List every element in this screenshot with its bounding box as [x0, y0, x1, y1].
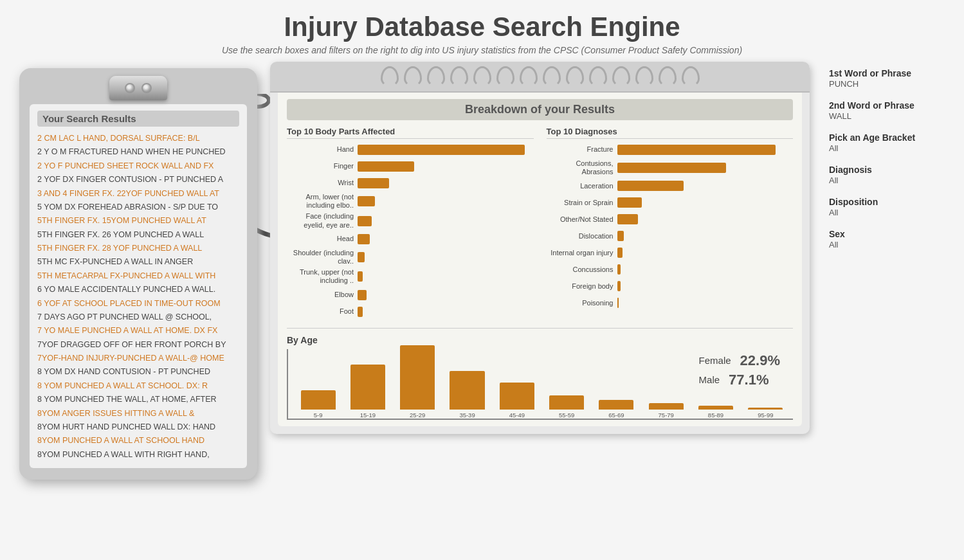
bar-track: [617, 281, 794, 291]
bar-row: Fracture: [547, 143, 794, 157]
list-item: 2 CM LAC L HAND, DORSAL SURFACE: B/L: [37, 132, 239, 145]
spiral: [520, 66, 538, 87]
bar-track: [617, 214, 794, 224]
bar-label: Other/Not Stated: [547, 215, 617, 224]
bar-label: Fracture: [547, 145, 617, 154]
bar-label: Laceration: [547, 182, 617, 190]
list-item: 8 YOM DX HAND CONTUSION - PT PUNCHED: [37, 365, 239, 379]
charts-row: Top 10 Body Parts Affected Hand Finger W…: [287, 127, 793, 321]
bar-label: Contusions, Abrasions: [547, 159, 617, 176]
age-bar-group: 5-9: [293, 390, 343, 419]
results-header: Your Search Results: [37, 111, 239, 127]
list-item: 8YOM ANGER ISSUES HITTING A WALL &: [37, 407, 239, 420]
filters-area: 1st Word or Phrase PUNCH 2nd Word or Phr…: [823, 68, 958, 261]
bar-fill: [358, 234, 370, 244]
age-bar-group: 25-29: [393, 345, 442, 419]
list-item: 7YOF DRAGGED OFF OF HER FRONT PORCH BY: [37, 338, 239, 352]
list-item: 7 DAYS AGO PT PUNCHED WALL @ SCHOOL,: [37, 311, 239, 324]
age-bar: [698, 406, 733, 410]
page-title: Injury Database Search Engine: [0, 0, 964, 45]
list-item: 8 YOM PUNCHED A WALL AT SCHOOL. DX: R: [37, 379, 239, 393]
spiral: [543, 66, 561, 87]
bar-track: [358, 216, 534, 226]
bar-row: Strain or Sprain: [547, 195, 794, 210]
bar-track: [617, 163, 794, 173]
age-bar: [400, 345, 435, 410]
bar-row: Concussions: [547, 262, 794, 276]
clipboard-area: Your Search Results 2 CM LAC L HAND, DOR…: [19, 68, 257, 480]
filter-diagnosis-value: All: [829, 176, 958, 185]
spiral: [496, 66, 514, 87]
age-label: 45-49: [509, 411, 525, 419]
spiral: [659, 66, 677, 87]
bar-fill: [358, 196, 375, 206]
filter-sex[interactable]: Sex All: [829, 229, 958, 249]
spiral: [589, 66, 607, 87]
bar-track: [617, 145, 794, 155]
spiral: [427, 66, 445, 87]
bar-track: [358, 290, 534, 300]
list-item: 7 YO MALE PUNCHED A WALL AT HOME. DX FX: [37, 324, 239, 338]
list-item: 7YOF-HAND INJURY-PUNCHED A WALL-@ HOME: [37, 352, 239, 365]
bar-fill: [617, 214, 639, 224]
bar-track: [617, 231, 794, 241]
filter-word2-label: 2nd Word or Phrase: [829, 100, 958, 111]
list-item: 5TH METACARPAL FX-PUNCHED A WALL WITH: [37, 269, 239, 283]
age-bar-group: 15-19: [343, 365, 392, 419]
filter-disposition[interactable]: Disposition All: [829, 197, 958, 217]
filter-word1[interactable]: 1st Word or Phrase PUNCH: [829, 68, 958, 89]
filter-word2-value: WALL: [829, 111, 958, 121]
notepad-spirals: [270, 62, 810, 93]
bar-fill: [358, 271, 363, 282]
bar-row: Dislocation: [547, 229, 794, 243]
bar-track: [617, 248, 794, 258]
bar-fill: [617, 298, 619, 308]
bar-label: Foreign body: [547, 282, 617, 291]
bar-track: [358, 234, 534, 244]
bar-label: Wrist: [287, 179, 358, 187]
gender-stats: Female 22.9% Male 77.1%: [699, 352, 780, 391]
bar-track: [358, 178, 534, 188]
bar-label: Elbow: [287, 291, 358, 299]
filter-disposition-label: Disposition: [829, 197, 958, 207]
bar-track: [358, 307, 534, 317]
filter-diagnosis[interactable]: Diagnosis All: [829, 165, 958, 185]
filter-diagnosis-label: Diagnosis: [829, 165, 958, 175]
bar-label: Strain or Sprain: [547, 199, 617, 207]
results-list: 2 CM LAC L HAND, DORSAL SURFACE: B/L2 Y …: [37, 132, 239, 462]
age-label: 65-69: [608, 411, 624, 419]
bar-fill: [358, 307, 363, 317]
age-label: 75-79: [659, 411, 674, 419]
filter-age[interactable]: Pick an Age Bracket All: [829, 132, 958, 153]
bar-fill: [358, 216, 372, 226]
age-label: 15-19: [360, 411, 376, 419]
age-bar-group: 45-49: [492, 383, 541, 419]
male-label: Male: [699, 374, 720, 385]
bar-track: [617, 181, 794, 191]
age-label: 25-29: [410, 411, 425, 419]
page-subtitle: Use the search boxes and filters on the …: [0, 45, 964, 55]
bar-row: Wrist: [287, 176, 534, 190]
list-item: 5 YOM DX FOREHEAD ABRASION - S/P DUE TO: [37, 201, 239, 214]
bar-track: [617, 264, 794, 275]
age-bar: [301, 390, 336, 410]
spiral: [635, 66, 653, 87]
filter-sex-value: All: [829, 240, 958, 249]
spiral: [404, 66, 422, 87]
list-item: 2 YO F PUNCHED SHEET ROCK WALL AND FX: [37, 159, 239, 173]
bar-row: Arm, lower (not including elbo..: [287, 193, 534, 210]
male-pct: 77.1%: [729, 372, 768, 388]
list-item: 5TH FINGER FX. 15YOM PUNCHED WALL AT: [37, 214, 239, 228]
list-item: 2 Y O M FRACTURED HAND WHEN HE PUNCHED: [37, 145, 239, 159]
filter-sex-label: Sex: [829, 229, 958, 239]
filter-word2[interactable]: 2nd Word or Phrase WALL: [829, 100, 958, 121]
screw-right: [141, 83, 152, 93]
bar-label: Trunk, upper (not including ..: [287, 268, 358, 285]
bar-label: Shoulder (including clav..: [287, 249, 358, 266]
body-parts-bars: Hand Finger Wrist Arm, lower (not includ…: [287, 143, 534, 319]
spiral: [450, 66, 468, 87]
bar-row: Contusions, Abrasions: [547, 159, 794, 176]
list-item: 8YOM HURT HAND PUNCHED WALL DX: HAND: [37, 420, 239, 434]
bar-track: [358, 252, 534, 262]
bar-fill: [617, 231, 624, 241]
